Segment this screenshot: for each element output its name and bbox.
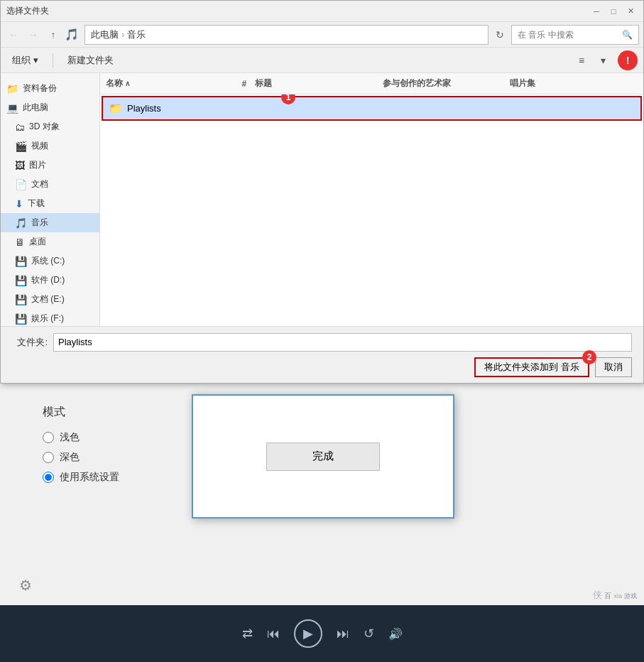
new-folder-button[interactable]: 新建文件夹: [62, 51, 119, 70]
volume-button[interactable]: 🔊: [388, 627, 403, 641]
prev-button[interactable]: ⏮: [267, 626, 280, 641]
light-mode-radio[interactable]: [43, 432, 54, 443]
forward-button[interactable]: →: [25, 26, 42, 43]
desktop-icon: 🖥: [15, 237, 25, 248]
search-box[interactable]: 🔍: [511, 25, 639, 45]
back-button[interactable]: ←: [5, 26, 22, 43]
address-bar: ← → ↑ 🎵 此电脑 › 音乐 ↻ 🔍: [1, 22, 643, 48]
documents-icon: 📄: [15, 179, 27, 190]
add-to-music-button[interactable]: 将此文件夹添加到 音乐: [474, 357, 589, 377]
view-toggle-button[interactable]: ≡: [572, 51, 591, 70]
col-header-title[interactable]: 标题: [255, 77, 383, 89]
sidebar-label-backup: 资料备份: [23, 82, 57, 94]
sidebar-item-desktop[interactable]: 🖥 桌面: [1, 232, 99, 251]
filename-label: 文件夹:: [12, 336, 48, 349]
search-icon: 🔍: [622, 30, 633, 40]
music-folder-icon: 🎵: [65, 28, 79, 41]
sidebar-label-ddrive: 软件 (D:): [31, 274, 65, 286]
path-part-music: 音乐: [127, 28, 146, 41]
light-mode-label: 浅色: [60, 431, 80, 444]
sidebar-label-fdrive: 娱乐 (F:): [31, 313, 64, 325]
dialog-main-content: 📁 资料备份 💻 此电脑 🗂 3D 对象 🎬 视频 🖼 图片: [1, 73, 643, 326]
sidebar-item-video[interactable]: 🎬 视频: [1, 136, 99, 156]
player-bar: ⇄ ⏮ ▶ ⏭ ↺ 🔊: [0, 605, 644, 662]
sidebar-item-3dobjects[interactable]: 🗂 3D 对象: [1, 117, 99, 136]
playlists-folder-row[interactable]: 📁 Playlists: [102, 96, 642, 121]
dialog-title: 选择文件夹: [6, 5, 49, 17]
column-headers: 名称 ∧ # 标题 参与创作的艺术家 唱片集: [100, 73, 643, 94]
maximize-button[interactable]: □: [606, 4, 621, 18]
sort-indicator: ∧: [125, 80, 130, 87]
sidebar-item-documents[interactable]: 📄 文档: [1, 175, 99, 194]
sidebar-label-thispc: 此电脑: [23, 102, 48, 114]
toolbar-right: ≡ ▾ !: [572, 50, 638, 70]
cancel-button[interactable]: 取消: [595, 357, 632, 377]
finish-dialog: 完成: [192, 394, 454, 519]
sidebar-label-pictures: 图片: [29, 159, 46, 171]
titlebar-controls: ─ □ ✕: [589, 4, 638, 18]
file-picker-dialog: 选择文件夹 ─ □ ✕ ← → ↑ 🎵 此电脑 › 音乐 ↻ 🔍 组织 ▾ 新建…: [0, 0, 644, 384]
toolbar-separator: [53, 53, 53, 67]
minimize-button[interactable]: ─: [589, 4, 604, 18]
sidebar-item-cdrive[interactable]: 💾 系统 (C:): [1, 251, 99, 271]
close-button[interactable]: ✕: [623, 4, 638, 18]
col-header-hash[interactable]: #: [234, 79, 255, 89]
music-icon: 🎵: [15, 217, 27, 229]
step2-badge: 2: [582, 350, 596, 364]
sidebar-item-backup[interactable]: 📁 资料备份: [1, 79, 99, 98]
filename-row: 文件夹:: [12, 333, 632, 352]
sidebar-item-pictures[interactable]: 🖼 图片: [1, 156, 99, 175]
video-icon: 🎬: [15, 141, 27, 152]
sidebar-label-desktop: 桌面: [29, 236, 46, 248]
thispc-icon: 💻: [6, 102, 18, 114]
dialog-titlebar: 选择文件夹 ─ □ ✕: [1, 1, 643, 22]
col-header-album[interactable]: 唱片集: [510, 77, 638, 89]
folder-icon: 📁: [109, 102, 123, 115]
play-button[interactable]: ▶: [294, 619, 322, 648]
sidebar-label-cdrive: 系统 (C:): [31, 255, 65, 267]
add-button-wrapper: 将此文件夹添加到 音乐 2: [474, 357, 589, 377]
sidebar-item-music[interactable]: 🎵 音乐: [1, 213, 99, 232]
sidebar-label-documents: 文档: [31, 178, 48, 190]
sidebar-label-video: 视频: [31, 140, 48, 152]
notification-badge: !: [618, 50, 638, 70]
view-options-button[interactable]: ▾: [594, 51, 612, 70]
dark-mode-radio[interactable]: [43, 452, 54, 463]
sidebar-label-edrive: 文档 (E:): [31, 293, 65, 305]
cdrive-icon: 💾: [15, 256, 27, 267]
col-header-name[interactable]: 名称 ∧: [106, 77, 234, 89]
repeat-button[interactable]: ↺: [364, 626, 374, 641]
file-row-wrapper: 📁 Playlists 1: [100, 96, 643, 121]
up-button[interactable]: ↑: [45, 26, 62, 43]
shuffle-button[interactable]: ⇄: [242, 626, 253, 641]
file-list-body: 📁 Playlists 1: [100, 94, 643, 326]
next-button[interactable]: ⏭: [337, 626, 349, 641]
address-path[interactable]: 此电脑 › 音乐: [84, 25, 489, 45]
edrive-icon: 💾: [15, 294, 27, 305]
dialog-bottom-bar: 文件夹: 将此文件夹添加到 音乐 2 取消: [1, 326, 643, 383]
settings-gear-button[interactable]: ⚙: [13, 573, 38, 598]
filename-input[interactable]: [53, 333, 632, 352]
3dobjects-icon: 🗂: [15, 121, 25, 133]
col-header-artist[interactable]: 参与创作的艺术家: [383, 77, 511, 89]
path-separator-1: ›: [121, 29, 124, 40]
refresh-button[interactable]: ↻: [491, 26, 508, 43]
sidebar-section: 📁 资料备份 💻 此电脑 🗂 3D 对象 🎬 视频 🖼 图片: [1, 76, 99, 326]
system-mode-label: 使用系统设置: [60, 471, 119, 484]
finish-button[interactable]: 完成: [266, 443, 380, 471]
sidebar-item-thispc[interactable]: 💻 此电脑: [1, 98, 99, 117]
sidebar-item-edrive[interactable]: 💾 文档 (E:): [1, 290, 99, 309]
folder-name: Playlists: [127, 103, 249, 114]
organize-button[interactable]: 组织 ▾: [6, 51, 44, 70]
sidebar-label-music: 音乐: [31, 217, 48, 229]
search-input[interactable]: [518, 30, 622, 40]
sidebar-item-ddrive[interactable]: 💾 软件 (D:): [1, 271, 99, 290]
system-mode-radio[interactable]: [43, 472, 54, 483]
dark-mode-label: 深色: [60, 451, 80, 464]
sidebar-item-downloads[interactable]: ⬇ 下载: [1, 194, 99, 213]
path-part-computer: 此电脑: [91, 28, 119, 41]
dialog-actions: 将此文件夹添加到 音乐 2 取消: [12, 357, 632, 377]
sidebar-item-fdrive[interactable]: 💾 娱乐 (F:): [1, 309, 99, 326]
downloads-icon: ⬇: [15, 198, 23, 210]
sidebar-label-downloads: 下载: [28, 197, 45, 210]
